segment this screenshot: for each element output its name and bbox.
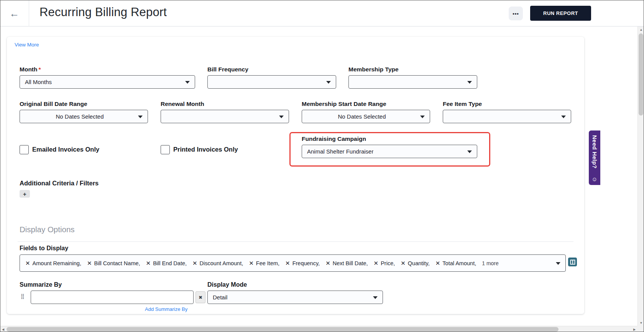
ellipsis-icon: ••• xyxy=(513,11,519,17)
remove-field-icon[interactable]: ✕ xyxy=(325,260,330,267)
field-chip[interactable]: ✕Fee Item, xyxy=(249,260,279,267)
membership-type-dropdown[interactable] xyxy=(348,75,477,89)
emailed-invoices-checkbox[interactable] xyxy=(20,145,29,154)
field-chip[interactable]: ✕Next Bill Date, xyxy=(325,260,368,267)
field-chip[interactable]: ✕Frequency, xyxy=(285,260,320,267)
field-chip-label: Frequency, xyxy=(292,260,320,266)
drag-handle-icon[interactable]: ⣿ xyxy=(21,293,25,299)
grid-icon xyxy=(570,259,575,265)
horizontal-scrollbar[interactable]: ◀ ▶ xyxy=(0,326,637,332)
bill-frequency-dropdown[interactable] xyxy=(207,75,336,89)
field-chip[interactable]: ✕Total Amount, xyxy=(435,260,476,267)
remove-field-icon[interactable]: ✕ xyxy=(374,260,379,267)
vertical-scrollbar[interactable]: ▲ ▼ xyxy=(637,26,644,326)
fundraising-campaign-label: Fundraising Campaign xyxy=(302,135,366,142)
field-chip-label: Next Bill Date, xyxy=(333,260,368,266)
membership-start-date-range-label: Membership Start Date Range xyxy=(302,101,386,107)
chevron-down-icon xyxy=(420,116,425,118)
remove-field-icon[interactable]: ✕ xyxy=(87,260,92,267)
chevron-down-icon xyxy=(561,116,566,118)
fundraising-campaign-dropdown[interactable]: Animal Shelter Fundraiser xyxy=(302,145,477,158)
more-options-button[interactable]: ••• xyxy=(509,7,523,20)
field-chip-label: Price, xyxy=(381,260,395,266)
display-options-heading: Display Options xyxy=(20,225,75,234)
original-bill-date-range-value: No Dates Selected xyxy=(56,113,104,120)
additional-criteria-label: Additional Criteria / Filters xyxy=(20,180,99,187)
remove-field-icon[interactable]: ✕ xyxy=(249,260,254,267)
field-chip[interactable]: ✕Bill Contact Name, xyxy=(87,260,140,267)
need-help-tab[interactable]: Need Help? ☺ xyxy=(589,130,600,185)
month-label: Month* xyxy=(20,66,41,73)
field-chip[interactable]: ✕Amount Remaining, xyxy=(25,260,81,267)
clear-icon: ✖ xyxy=(199,295,202,300)
header: ← Recurring Billing Report ••• RUN REPOR… xyxy=(0,0,644,26)
need-help-label: Need Help? xyxy=(591,135,598,169)
field-chip-label: Amount Remaining, xyxy=(33,260,81,266)
fundraising-campaign-value: Animal Shelter Fundraiser xyxy=(307,148,373,155)
back-arrow-icon: ← xyxy=(10,8,20,18)
field-chip[interactable]: ✕Bill End Date, xyxy=(146,260,187,267)
scroll-right-button[interactable]: ▶ xyxy=(631,326,637,332)
remove-field-icon[interactable]: ✕ xyxy=(285,260,290,267)
summarize-by-input[interactable] xyxy=(31,291,194,304)
display-mode-dropdown[interactable]: Detail xyxy=(207,291,383,304)
remove-field-icon[interactable]: ✕ xyxy=(192,260,197,267)
scrollbar-corner xyxy=(637,326,644,332)
scroll-down-button[interactable]: ▼ xyxy=(638,320,644,326)
month-value: All Months xyxy=(25,79,52,85)
renewal-month-dropdown[interactable] xyxy=(161,110,289,123)
chevron-down-icon xyxy=(279,116,284,118)
column-chooser-button[interactable] xyxy=(568,258,577,266)
membership-start-date-range-dropdown[interactable]: No Dates Selected xyxy=(302,110,430,123)
chevron-down-icon xyxy=(326,81,331,84)
fields-to-display-box[interactable]: ✕Amount Remaining,✕Bill Contact Name,✕Bi… xyxy=(20,254,566,272)
field-chip-label: Bill Contact Name, xyxy=(94,260,140,266)
fields-to-display-chips: ✕Amount Remaining,✕Bill Contact Name,✕Bi… xyxy=(25,260,476,267)
section-divider xyxy=(18,241,573,242)
month-dropdown[interactable]: All Months xyxy=(20,75,195,89)
remove-field-icon[interactable]: ✕ xyxy=(401,260,406,267)
horizontal-scroll-thumb[interactable] xyxy=(7,327,559,332)
chevron-down-icon xyxy=(185,81,190,84)
emailed-invoices-label: Emailed Invoices Only xyxy=(32,146,99,153)
printed-invoices-checkbox[interactable] xyxy=(161,145,170,154)
vertical-scroll-thumb[interactable] xyxy=(639,33,643,116)
original-bill-date-range-label: Original Bill Date Range xyxy=(20,101,87,107)
help-face-icon: ☺ xyxy=(591,176,597,182)
field-chip-label: Bill End Date, xyxy=(153,260,187,266)
remove-field-icon[interactable]: ✕ xyxy=(25,260,30,267)
add-filter-button[interactable]: + xyxy=(20,190,30,198)
field-chip[interactable]: ✕Price, xyxy=(374,260,395,267)
fields-to-display-label: Fields to Display xyxy=(20,245,68,252)
chevron-down-icon xyxy=(138,116,143,118)
run-report-button[interactable]: RUN REPORT xyxy=(530,6,591,21)
remove-field-icon[interactable]: ✕ xyxy=(435,260,440,267)
month-label-text: Month xyxy=(20,66,37,73)
field-chip[interactable]: ✕Discount Amount, xyxy=(192,260,243,267)
fee-item-type-dropdown[interactable] xyxy=(443,110,571,123)
add-summarize-by-link[interactable]: Add Summarize By xyxy=(145,306,187,312)
chevron-down-icon xyxy=(556,262,560,265)
scroll-up-button[interactable]: ▲ xyxy=(638,26,644,33)
original-bill-date-range-dropdown[interactable]: No Dates Selected xyxy=(20,110,148,123)
back-button[interactable]: ← xyxy=(0,0,29,26)
field-chip-label: Total Amount, xyxy=(442,260,476,266)
chevron-down-icon xyxy=(467,81,472,84)
bill-frequency-label: Bill Frequency xyxy=(207,66,248,73)
scroll-left-button[interactable]: ◀ xyxy=(0,326,6,332)
chevron-down-icon xyxy=(373,296,378,299)
remove-field-icon[interactable]: ✕ xyxy=(146,260,151,267)
filters-card: View More Month* All Months Bill Frequen… xyxy=(7,37,584,314)
field-chip-label: Discount Amount, xyxy=(200,260,243,266)
more-fields-label: 1 more xyxy=(482,260,499,266)
plus-icon: + xyxy=(23,191,26,197)
field-chip[interactable]: ✕Quantity, xyxy=(401,260,430,267)
membership-start-date-range-value: No Dates Selected xyxy=(338,113,386,120)
printed-invoices-label: Printed Invoices Only xyxy=(173,146,238,153)
fee-item-type-label: Fee Item Type xyxy=(443,101,482,107)
display-mode-label: Display Mode xyxy=(207,281,247,288)
page-title: Recurring Billing Report xyxy=(39,5,167,19)
clear-summarize-button[interactable]: ✖ xyxy=(196,291,205,303)
view-more-link[interactable]: View More xyxy=(15,42,39,48)
renewal-month-label: Renewal Month xyxy=(161,101,204,107)
